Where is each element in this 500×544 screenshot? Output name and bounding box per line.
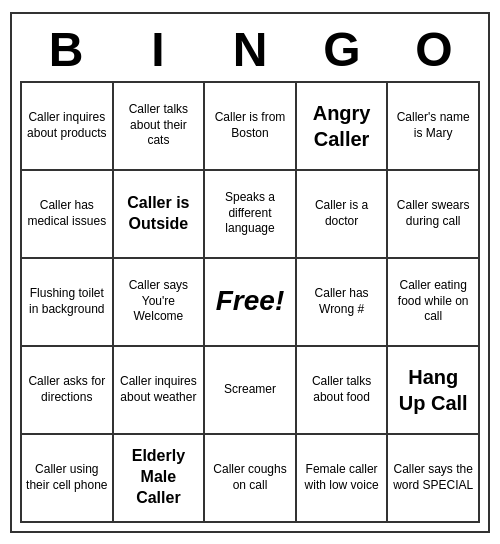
bingo-cell-8[interactable]: Caller is a doctor	[297, 171, 389, 259]
bingo-cell-18[interactable]: Caller talks about food	[297, 347, 389, 435]
letter-n: N	[206, 22, 294, 77]
bingo-cell-7[interactable]: Speaks a different language	[205, 171, 297, 259]
bingo-cell-20[interactable]: Caller using their cell phone	[22, 435, 114, 523]
bingo-cell-22[interactable]: Caller coughs on call	[205, 435, 297, 523]
bingo-cell-4[interactable]: Caller's name is Mary	[388, 83, 480, 171]
letter-g: G	[298, 22, 386, 77]
bingo-card: B I N G O Caller inquires about products…	[10, 12, 490, 533]
bingo-cell-19[interactable]: Hang Up Call	[388, 347, 480, 435]
bingo-cell-10[interactable]: Flushing toilet in background	[22, 259, 114, 347]
bingo-grid: Caller inquires about productsCaller tal…	[20, 81, 480, 523]
bingo-cell-5[interactable]: Caller has medical issues	[22, 171, 114, 259]
bingo-cell-24[interactable]: Caller says the word SPECIAL	[388, 435, 480, 523]
bingo-cell-21[interactable]: Elderly Male Caller	[114, 435, 206, 523]
bingo-cell-15[interactable]: Caller asks for directions	[22, 347, 114, 435]
letter-o: O	[390, 22, 478, 77]
bingo-cell-3[interactable]: Angry Caller	[297, 83, 389, 171]
letter-i: I	[114, 22, 202, 77]
bingo-cell-12[interactable]: Free!	[205, 259, 297, 347]
bingo-cell-16[interactable]: Caller inquires about weather	[114, 347, 206, 435]
letter-b: B	[22, 22, 110, 77]
bingo-cell-2[interactable]: Caller is from Boston	[205, 83, 297, 171]
bingo-cell-6[interactable]: Caller is Outside	[114, 171, 206, 259]
bingo-cell-1[interactable]: Caller talks about their cats	[114, 83, 206, 171]
bingo-cell-14[interactable]: Caller eating food while on call	[388, 259, 480, 347]
bingo-cell-9[interactable]: Caller swears during call	[388, 171, 480, 259]
bingo-cell-11[interactable]: Caller says You're Welcome	[114, 259, 206, 347]
bingo-header: B I N G O	[20, 22, 480, 77]
bingo-cell-13[interactable]: Caller has Wrong #	[297, 259, 389, 347]
bingo-cell-0[interactable]: Caller inquires about products	[22, 83, 114, 171]
bingo-cell-17[interactable]: Screamer	[205, 347, 297, 435]
bingo-cell-23[interactable]: Female caller with low voice	[297, 435, 389, 523]
